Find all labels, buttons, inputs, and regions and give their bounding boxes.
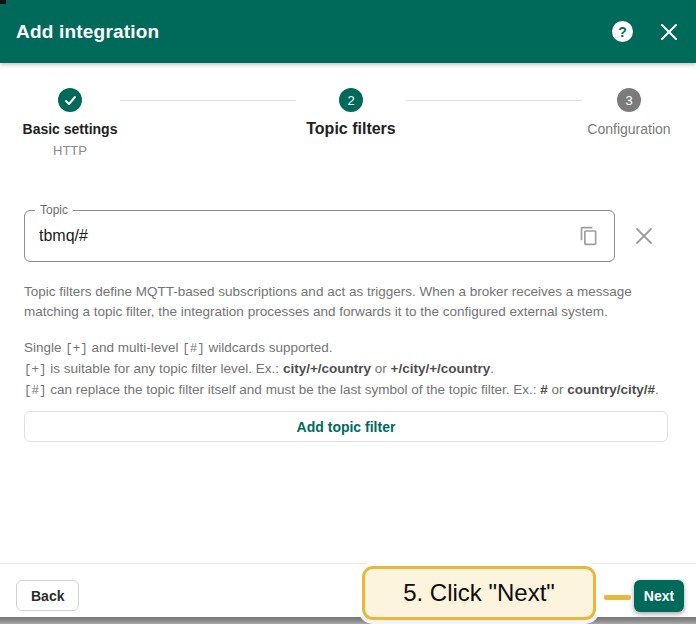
multi-wildcard-token: [#] [24, 384, 47, 398]
example-topic: # [540, 382, 548, 397]
wildcards-help: Single [+] and multi-level [#] wildcards… [24, 338, 672, 401]
next-button[interactable]: Next [634, 580, 684, 612]
copy-icon [579, 226, 599, 246]
wildcards-line-hash: [#] can replace the topic filter itself … [24, 380, 672, 401]
single-wildcard-token: [+] [65, 342, 88, 356]
topic-filter-row: Topic tbmq/# [24, 210, 672, 262]
help-icon: ? [612, 21, 633, 42]
close-icon [660, 23, 678, 41]
annotation-connector-line [604, 595, 631, 600]
step-number-badge: 3 [617, 88, 641, 112]
step-sublabel: HTTP [53, 143, 87, 158]
add-topic-filter-button[interactable]: Add topic filter [24, 411, 668, 442]
dialog-header: Add integration ? [0, 0, 696, 63]
topic-field-label: Topic [35, 203, 73, 217]
remove-topic-filter-button[interactable] [627, 219, 661, 253]
tutorial-annotation: 5. Click "Next" [362, 566, 596, 620]
example-topic: country/city/# [567, 382, 655, 397]
step-label: Basic settings [23, 121, 118, 137]
example-topic: +/city/+/country [391, 361, 491, 376]
wildcards-line-plus: [+] is suitable for any topic filter lev… [24, 359, 672, 380]
copy-button[interactable] [570, 217, 608, 255]
clear-icon [634, 226, 654, 246]
step-complete-icon [58, 88, 82, 112]
close-button[interactable] [660, 23, 678, 41]
header-actions: ? [612, 21, 678, 42]
help-button[interactable]: ? [612, 21, 633, 42]
topic-field-value[interactable]: tbmq/# [39, 227, 88, 245]
topic-field[interactable]: Topic tbmq/# [24, 210, 615, 262]
bottom-edge-strip [0, 617, 696, 624]
step-basic-settings[interactable]: Basic settings HTTP [20, 88, 120, 158]
step-label-active: Topic filters [306, 120, 396, 138]
wildcards-line-supported: Single [+] and multi-level [#] wildcards… [24, 338, 672, 359]
add-integration-dialog: Add integration ? Basic settings HTTP 2 … [0, 0, 696, 624]
single-wildcard-token: [+] [24, 363, 47, 377]
step-topic-filters[interactable]: 2 Topic filters [296, 88, 406, 138]
dialog-title: Add integration [16, 21, 159, 43]
multi-wildcard-token: [#] [182, 342, 205, 356]
step-label: Configuration [587, 121, 670, 137]
step-number-badge: 2 [339, 88, 363, 112]
page-corner-artifact [0, 0, 6, 4]
step-connector [120, 100, 296, 101]
topic-filters-description: Topic filters define MQTT-based subscrip… [24, 282, 672, 322]
example-topic: city/+/country [283, 361, 371, 376]
stepper: Basic settings HTTP 2 Topic filters 3 Co… [0, 63, 696, 170]
back-button[interactable]: Back [16, 580, 79, 611]
step-configuration[interactable]: 3 Configuration [582, 88, 676, 137]
step-connector [406, 100, 582, 101]
